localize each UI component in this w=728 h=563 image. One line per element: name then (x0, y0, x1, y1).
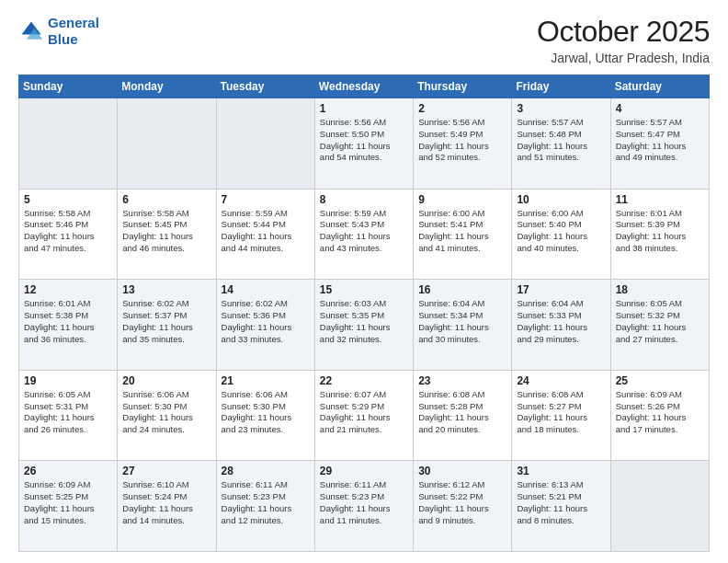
location: Jarwal, Uttar Pradesh, India (537, 51, 710, 65)
weekday-header: Wednesday (314, 75, 413, 98)
calendar-cell: 28Sunrise: 6:11 AMSunset: 5:23 PMDayligh… (216, 461, 314, 552)
day-number: 10 (517, 193, 605, 206)
day-number: 5 (24, 193, 112, 206)
calendar-week-row: 26Sunrise: 6:09 AMSunset: 5:25 PMDayligh… (19, 461, 710, 552)
day-info: Sunrise: 5:58 AMSunset: 5:45 PMDaylight:… (122, 208, 210, 255)
calendar-week-row: 1Sunrise: 5:56 AMSunset: 5:50 PMDaylight… (19, 98, 710, 190)
day-number: 1 (320, 102, 408, 115)
day-number: 3 (517, 102, 605, 115)
calendar-cell (118, 98, 216, 190)
day-number: 15 (320, 283, 408, 296)
header: General Blue October 2025 Jarwal, Uttar … (18, 15, 710, 65)
calendar-cell (216, 98, 314, 190)
calendar-cell: 3Sunrise: 5:57 AMSunset: 5:48 PMDaylight… (512, 98, 610, 190)
day-info: Sunrise: 5:56 AMSunset: 5:49 PMDaylight:… (418, 117, 506, 164)
day-info: Sunrise: 6:02 AMSunset: 5:37 PMDaylight:… (122, 298, 210, 345)
day-number: 11 (616, 193, 704, 206)
day-number: 22 (320, 374, 408, 387)
day-number: 21 (222, 374, 310, 387)
calendar-cell: 4Sunrise: 5:57 AMSunset: 5:47 PMDaylight… (610, 98, 709, 190)
calendar-cell: 27Sunrise: 6:10 AMSunset: 5:24 PMDayligh… (118, 461, 216, 552)
month-title: October 2025 (537, 15, 710, 49)
calendar-cell: 31Sunrise: 6:13 AMSunset: 5:21 PMDayligh… (512, 461, 610, 552)
day-info: Sunrise: 5:59 AMSunset: 5:43 PMDaylight:… (320, 208, 408, 255)
day-info: Sunrise: 6:10 AMSunset: 5:24 PMDaylight:… (122, 479, 210, 526)
calendar-week-row: 5Sunrise: 5:58 AMSunset: 5:46 PMDaylight… (19, 189, 710, 280)
weekday-header-row: SundayMondayTuesdayWednesdayThursdayFrid… (19, 75, 710, 98)
day-number: 16 (418, 283, 506, 296)
day-info: Sunrise: 6:09 AMSunset: 5:25 PMDaylight:… (24, 479, 112, 526)
day-info: Sunrise: 6:05 AMSunset: 5:31 PMDaylight:… (24, 389, 112, 436)
day-number: 7 (222, 193, 310, 206)
calendar-cell: 9Sunrise: 6:00 AMSunset: 5:41 PMDaylight… (414, 189, 512, 280)
calendar-cell: 8Sunrise: 5:59 AMSunset: 5:43 PMDaylight… (314, 189, 413, 280)
calendar-cell: 15Sunrise: 6:03 AMSunset: 5:35 PMDayligh… (314, 280, 413, 371)
day-number: 9 (418, 193, 506, 206)
weekday-header: Sunday (19, 75, 118, 98)
day-info: Sunrise: 6:04 AMSunset: 5:33 PMDaylight:… (517, 298, 605, 345)
calendar-week-row: 12Sunrise: 6:01 AMSunset: 5:38 PMDayligh… (19, 280, 710, 371)
calendar-week-row: 19Sunrise: 6:05 AMSunset: 5:31 PMDayligh… (19, 370, 710, 461)
calendar-cell: 5Sunrise: 5:58 AMSunset: 5:46 PMDaylight… (19, 189, 118, 280)
calendar-cell: 12Sunrise: 6:01 AMSunset: 5:38 PMDayligh… (19, 280, 118, 371)
day-info: Sunrise: 6:08 AMSunset: 5:28 PMDaylight:… (418, 389, 506, 436)
day-info: Sunrise: 6:11 AMSunset: 5:23 PMDaylight:… (222, 479, 310, 526)
logo-line1: General (48, 15, 99, 30)
day-info: Sunrise: 6:05 AMSunset: 5:32 PMDaylight:… (616, 298, 704, 345)
logo-text: General Blue (48, 15, 99, 48)
logo-icon (18, 18, 44, 44)
page: General Blue October 2025 Jarwal, Uttar … (0, 0, 728, 563)
calendar-cell: 7Sunrise: 5:59 AMSunset: 5:44 PMDaylight… (216, 189, 314, 280)
day-info: Sunrise: 6:00 AMSunset: 5:41 PMDaylight:… (418, 208, 506, 255)
calendar-cell (610, 461, 709, 552)
day-info: Sunrise: 6:13 AMSunset: 5:21 PMDaylight:… (517, 479, 605, 526)
day-info: Sunrise: 6:01 AMSunset: 5:38 PMDaylight:… (24, 298, 112, 345)
calendar-cell: 11Sunrise: 6:01 AMSunset: 5:39 PMDayligh… (610, 189, 709, 280)
day-number: 26 (24, 465, 112, 477)
day-number: 6 (122, 193, 210, 206)
day-number: 13 (122, 283, 210, 296)
calendar-cell: 26Sunrise: 6:09 AMSunset: 5:25 PMDayligh… (19, 461, 118, 552)
weekday-header: Monday (118, 75, 216, 98)
calendar-cell: 13Sunrise: 6:02 AMSunset: 5:37 PMDayligh… (118, 280, 216, 371)
weekday-header: Thursday (414, 75, 512, 98)
calendar-cell: 23Sunrise: 6:08 AMSunset: 5:28 PMDayligh… (414, 370, 512, 461)
day-info: Sunrise: 6:12 AMSunset: 5:22 PMDaylight:… (418, 479, 506, 526)
day-number: 25 (616, 374, 704, 387)
day-number: 27 (122, 465, 210, 477)
day-info: Sunrise: 5:56 AMSunset: 5:50 PMDaylight:… (320, 117, 408, 164)
calendar-cell: 21Sunrise: 6:06 AMSunset: 5:30 PMDayligh… (216, 370, 314, 461)
day-number: 28 (222, 465, 310, 477)
day-info: Sunrise: 5:57 AMSunset: 5:47 PMDaylight:… (616, 117, 704, 164)
day-info: Sunrise: 6:03 AMSunset: 5:35 PMDaylight:… (320, 298, 408, 345)
calendar-cell: 17Sunrise: 6:04 AMSunset: 5:33 PMDayligh… (512, 280, 610, 371)
day-number: 8 (320, 193, 408, 206)
calendar-cell: 10Sunrise: 6:00 AMSunset: 5:40 PMDayligh… (512, 189, 610, 280)
logo-line2: Blue (48, 31, 99, 48)
day-number: 20 (122, 374, 210, 387)
day-info: Sunrise: 5:59 AMSunset: 5:44 PMDaylight:… (222, 208, 310, 255)
day-number: 24 (517, 374, 605, 387)
day-info: Sunrise: 6:02 AMSunset: 5:36 PMDaylight:… (222, 298, 310, 345)
calendar-cell: 25Sunrise: 6:09 AMSunset: 5:26 PMDayligh… (610, 370, 709, 461)
day-info: Sunrise: 6:09 AMSunset: 5:26 PMDaylight:… (616, 389, 704, 436)
calendar-cell: 18Sunrise: 6:05 AMSunset: 5:32 PMDayligh… (610, 280, 709, 371)
day-number: 23 (418, 374, 506, 387)
day-number: 19 (24, 374, 112, 387)
day-number: 2 (418, 102, 506, 115)
day-info: Sunrise: 5:57 AMSunset: 5:48 PMDaylight:… (517, 117, 605, 164)
day-number: 17 (517, 283, 605, 296)
calendar-cell (19, 98, 118, 190)
title-block: October 2025 Jarwal, Uttar Pradesh, Indi… (537, 15, 710, 65)
calendar-cell: 6Sunrise: 5:58 AMSunset: 5:45 PMDaylight… (118, 189, 216, 280)
day-info: Sunrise: 6:04 AMSunset: 5:34 PMDaylight:… (418, 298, 506, 345)
day-number: 29 (320, 465, 408, 477)
day-number: 18 (616, 283, 704, 296)
calendar-cell: 1Sunrise: 5:56 AMSunset: 5:50 PMDaylight… (314, 98, 413, 190)
day-info: Sunrise: 6:01 AMSunset: 5:39 PMDaylight:… (616, 208, 704, 255)
weekday-header: Friday (512, 75, 610, 98)
calendar-cell: 29Sunrise: 6:11 AMSunset: 5:23 PMDayligh… (314, 461, 413, 552)
day-number: 31 (517, 465, 605, 477)
calendar-cell: 20Sunrise: 6:06 AMSunset: 5:30 PMDayligh… (118, 370, 216, 461)
day-info: Sunrise: 6:11 AMSunset: 5:23 PMDaylight:… (320, 479, 408, 526)
